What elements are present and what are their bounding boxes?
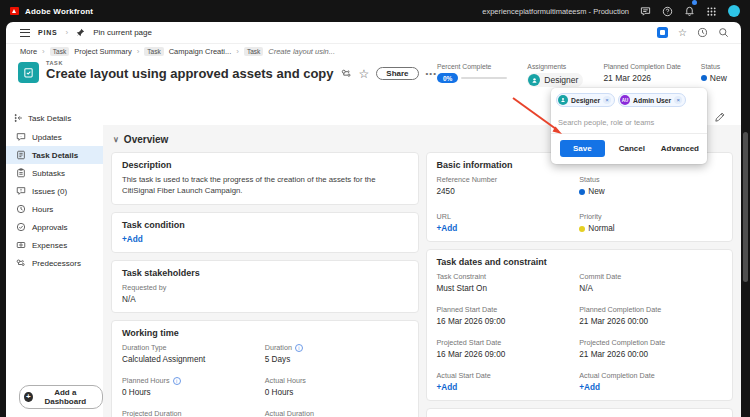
save-button[interactable]: Save [560, 140, 605, 157]
breadcrumb-more[interactable]: More [20, 47, 37, 56]
field-label: Priority [579, 212, 722, 221]
active-pin-badge-icon[interactable] [657, 27, 668, 38]
scrollbar-thumb[interactable] [743, 132, 748, 282]
advanced-button[interactable]: Advanced [661, 144, 699, 153]
app-switcher-icon[interactable] [706, 6, 717, 17]
field-value: 21 Mar 2026 00:00 [579, 317, 722, 326]
favorite-star-icon[interactable]: ☆ [359, 68, 370, 80]
hours-icon [16, 204, 26, 214]
assignee-chip-label: Designer [571, 97, 600, 104]
card-title: Description [122, 160, 408, 170]
more-options-icon[interactable]: ••• [426, 69, 437, 78]
status-block: Status New [701, 63, 727, 87]
info-icon: i [173, 377, 181, 385]
assignee-avatar [528, 74, 540, 86]
card-title: Task stakeholders [122, 268, 408, 278]
breadcrumb: More › Task Project Summary › Task Campa… [6, 44, 741, 59]
edit-pencil-icon[interactable] [714, 112, 725, 123]
assignee-pill[interactable]: Designer [527, 73, 583, 87]
recents-history-icon[interactable] [697, 27, 708, 38]
adobe-logo-icon [10, 7, 19, 15]
assignee-avatar: AU [620, 95, 630, 105]
sidebar-item-approvals[interactable]: Approvals [6, 218, 103, 236]
approvals-icon [16, 222, 26, 232]
predecessor-flow-icon[interactable] [341, 68, 352, 79]
pin-current-page-button[interactable]: Pin current page [93, 28, 152, 37]
help-icon[interactable] [662, 6, 673, 17]
remove-assignee-icon[interactable]: × [603, 96, 611, 104]
field-label: Actual Duration [265, 409, 408, 417]
main-menu-icon[interactable] [20, 29, 30, 37]
status-dot [579, 189, 585, 195]
percent-complete-track [461, 77, 507, 79]
sidebar-item-label: Task Details [32, 151, 78, 160]
field-value: 0 Hours [122, 388, 265, 397]
pins-label[interactable]: PINS [38, 29, 58, 36]
sidebar-item-subtasks[interactable]: Subtasks [6, 164, 103, 182]
field-label: URL [437, 212, 580, 221]
add-task-condition-link[interactable]: +Add [122, 235, 408, 244]
task-header: TASK Create layout using approved assets… [6, 59, 741, 89]
field-label: Commit Date [579, 272, 722, 281]
field-value: Must Start On [437, 284, 580, 293]
sidebar-item-predecessors[interactable]: Predecessors [6, 254, 103, 272]
collapse-panel-icon[interactable] [14, 113, 24, 123]
field-value: Normal [588, 224, 614, 233]
add-actual-start-link[interactable]: +Add [437, 383, 580, 392]
notifications-bell-icon[interactable] [684, 2, 695, 20]
field-value: 16 Mar 2026 09:00 [437, 350, 580, 359]
share-button[interactable]: Share [376, 67, 418, 80]
sidebar-item-task-details[interactable]: Task Details [6, 146, 103, 164]
card-title: Task dates and constraint [437, 257, 723, 267]
field-label: Planned Start Date [437, 305, 580, 314]
sidebar-item-updates[interactable]: Updates [6, 128, 103, 146]
sidebar-item-expenses[interactable]: Expenses [6, 236, 103, 254]
remove-assignee-icon[interactable]: × [674, 96, 682, 104]
field-value: N/A [122, 295, 408, 304]
user-avatar[interactable] [728, 5, 740, 17]
percent-complete-value[interactable]: 0% [437, 73, 458, 83]
add-actual-completion-link[interactable]: +Add [579, 383, 722, 392]
status-value: New [710, 73, 727, 83]
sidebar-item-hours[interactable]: Hours [6, 200, 103, 218]
field-label: Actual Completion Date [579, 371, 722, 380]
assignee-search-input[interactable] [551, 116, 707, 133]
search-icon[interactable] [718, 27, 729, 38]
field-label: Projected Start Date [437, 338, 580, 347]
page-title: Create layout using approved assets and … [46, 66, 334, 81]
cancel-button[interactable]: Cancel [619, 144, 645, 153]
task-dates-card: Task dates and constraint Task Constrain… [426, 249, 734, 401]
breadcrumb-project-summary[interactable]: Project Summary [74, 47, 132, 56]
field-label: Planned Hours [122, 376, 170, 385]
subtasks-icon [16, 168, 26, 178]
field-label: Projected Completion Date [579, 338, 722, 347]
task-condition-card: Task condition +Add [111, 212, 419, 253]
planned-completion-value: 21 Mar 2026 [603, 73, 680, 83]
info-icon: i [295, 344, 303, 352]
issues-icon [16, 186, 26, 196]
field-label: Duration Type [122, 343, 265, 352]
sidebar-item-label: Subtasks [32, 169, 65, 178]
assignee-chip-admin-user[interactable]: AU Admin User × [618, 93, 686, 107]
planned-completion-label: Planned Completion Date [603, 63, 680, 70]
entry-updates-card: Entry and updates Entry Date 10 Feb 2026… [426, 408, 734, 417]
panel-header[interactable]: Task Details [6, 110, 103, 128]
breadcrumb-campaign[interactable]: Campaign Creati... [169, 47, 232, 56]
chevron-right-icon: › [42, 47, 45, 56]
working-time-card: Working time Duration Type Calculated As… [111, 320, 419, 417]
field-label: Requested by [122, 283, 408, 292]
breadcrumb-current-task: Create layout usin... [268, 47, 335, 56]
sidebar-item-label: Updates [32, 133, 62, 142]
field-label: Actual Hours [265, 376, 408, 385]
org-environment-label: experienceplatformultimateesm - Producti… [482, 7, 629, 16]
assignee-chip-designer[interactable]: Designer × [556, 93, 615, 107]
card-title: Working time [122, 328, 408, 338]
sidebar-item-issues[interactable]: Issues (0) [6, 182, 103, 200]
add-dashboard-button[interactable]: + Add a Dashboard [19, 385, 103, 409]
pins-toolbar: PINS › Pin current page ☆ [6, 22, 741, 44]
favorites-star-icon[interactable]: ☆ [678, 28, 687, 38]
window-edge [741, 22, 750, 417]
feedback-icon[interactable] [640, 6, 651, 17]
add-url-link[interactable]: +Add [437, 224, 580, 233]
percent-complete-label: Percent Complete [437, 63, 507, 70]
